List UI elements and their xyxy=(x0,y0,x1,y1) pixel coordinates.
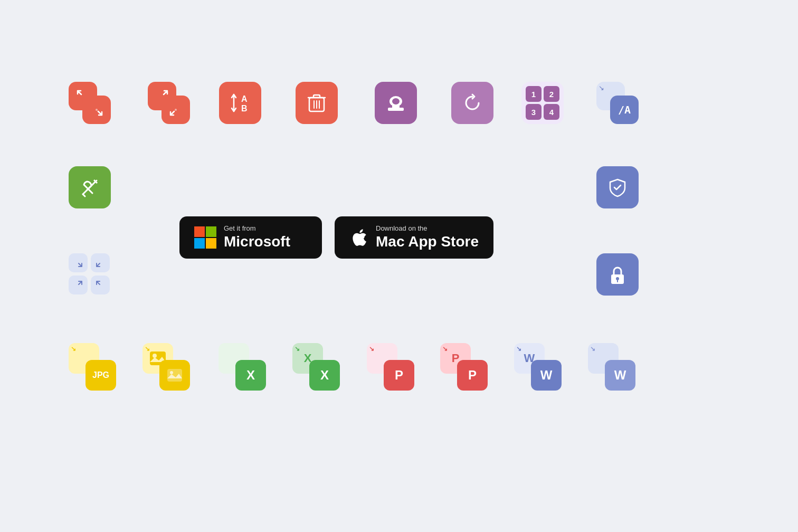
shield-icon xyxy=(596,166,639,208)
rotate-icon xyxy=(451,82,493,124)
svg-text:A: A xyxy=(241,94,248,103)
svg-line-13 xyxy=(83,194,85,196)
sort-ab-icon: A B xyxy=(219,82,261,124)
svg-text:B: B xyxy=(241,104,248,113)
microsoft-logo-icon xyxy=(194,226,216,249)
svg-point-1 xyxy=(98,111,99,112)
microsoft-store-label-large: Microsoft xyxy=(224,233,290,251)
microsoft-store-label-small: Get it from xyxy=(224,224,290,233)
lock-icon xyxy=(596,253,639,296)
num-3: 3 xyxy=(526,104,542,120)
svg-point-20 xyxy=(153,354,157,358)
svg-point-22 xyxy=(170,371,173,374)
compress-arrows-icon xyxy=(148,82,190,124)
word-pair-icon: W W ↘ xyxy=(514,343,562,391)
svg-point-12 xyxy=(392,98,400,104)
store-buttons-container: Get it from Microsoft Download on the Ma… xyxy=(179,216,493,259)
mac-store-label-large: Mac App Store xyxy=(376,233,479,251)
expand-arrows-icon xyxy=(69,82,111,124)
excel-single-icon: X ↘ xyxy=(218,343,266,391)
num-2: 2 xyxy=(544,86,559,102)
apple-logo-icon xyxy=(349,228,368,247)
image-icon: ↘ xyxy=(142,343,190,391)
trash-icon xyxy=(296,82,338,124)
jpg-icon: JPG ↘ xyxy=(69,343,116,391)
collapse-icon xyxy=(69,253,111,296)
num-1: 1 xyxy=(526,86,542,102)
number-grid-icon: 1 2 3 4 xyxy=(521,82,564,124)
tools-icon xyxy=(69,166,111,208)
mac-app-store-button[interactable]: Download on the Mac App Store xyxy=(335,216,493,259)
svg-line-15 xyxy=(86,189,88,191)
excel-pair-icon: X X ↘ xyxy=(292,343,340,391)
microsoft-store-button[interactable]: Get it from Microsoft xyxy=(179,216,322,259)
stamp-icon xyxy=(375,82,417,124)
slash-a-icon: /A ↘ xyxy=(596,82,639,124)
ppt-single-icon: P ↘ xyxy=(367,343,414,391)
ppt-pair-icon: P P ↘ xyxy=(440,343,488,391)
num-4: 4 xyxy=(544,104,559,120)
svg-point-2 xyxy=(175,109,177,111)
word-single-icon: W ↘ xyxy=(588,343,635,391)
mac-store-label-small: Download on the xyxy=(376,224,479,233)
svg-point-0 xyxy=(96,109,98,111)
